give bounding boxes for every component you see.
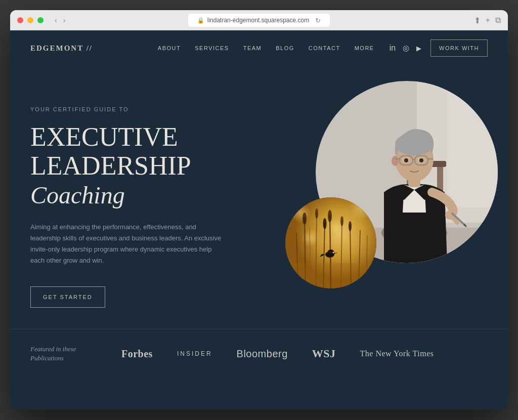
publication-logos: Forbes INSIDER Bloomberg WSJ The New Yor… — [121, 347, 488, 360]
svg-rect-2 — [447, 81, 498, 207]
get-started-button[interactable]: GET STARTED — [30, 286, 105, 308]
site-logo: EDGEMONT // — [30, 44, 93, 53]
instagram-icon[interactable]: ◎ — [403, 44, 409, 53]
svg-point-43 — [328, 210, 332, 222]
hero-images — [235, 76, 508, 339]
svg-point-26 — [290, 202, 311, 223]
address-bar[interactable]: 🔒 lindatran-edgemont.squarespace.com ↻ — [188, 14, 330, 27]
svg-point-41 — [315, 208, 318, 219]
nav-links: ABOUT SERVICES TEAM BLOG CONTACT MORE — [158, 45, 374, 51]
forward-button[interactable]: › — [61, 15, 68, 25]
back-button[interactable]: ‹ — [53, 15, 59, 25]
svg-point-45 — [349, 221, 352, 231]
nav-item-team[interactable]: TEAM — [243, 45, 262, 51]
nyt-logo: The New York Times — [360, 349, 434, 358]
bloomberg-logo: Bloomberg — [237, 348, 288, 360]
minimize-button[interactable] — [27, 17, 33, 23]
toolbar-right: ⬆ + ⧉ — [474, 16, 501, 25]
tabs-icon[interactable]: ⧉ — [495, 16, 501, 25]
nature-image — [285, 197, 376, 288]
hero-title: EXECUTIVE LEADERSHIP Coaching — [30, 122, 248, 209]
url-text: lindatran-edgemont.squarespace.com — [207, 17, 309, 24]
svg-point-13 — [392, 156, 399, 166]
nav-buttons: ‹ › — [53, 15, 67, 25]
svg-rect-49 — [285, 263, 376, 288]
youtube-icon[interactable]: ▶ — [416, 45, 421, 52]
svg-point-42 — [323, 218, 327, 229]
svg-point-21 — [404, 158, 408, 162]
hero-subtitle: YOUR CERTIFIED GUIDE TO — [30, 106, 248, 112]
forbes-logo: Forbes — [121, 348, 153, 360]
svg-point-40 — [303, 213, 307, 225]
nav-item-about[interactable]: ABOUT — [158, 45, 181, 51]
svg-point-22 — [419, 158, 423, 162]
social-links: in ◎ ▶ — [390, 44, 421, 53]
close-button[interactable] — [17, 17, 23, 23]
hero-section: YOUR CERTIFIED GUIDE TO EXECUTIVE LEADER… — [10, 66, 508, 329]
hero-title-italic: Coaching — [30, 182, 125, 208]
hero-title-line1: EXECUTIVE — [30, 122, 178, 151]
nav-item-services[interactable]: SERVICES — [195, 45, 229, 51]
window-controls — [17, 17, 44, 23]
svg-point-44 — [340, 216, 343, 226]
lock-icon: 🔒 — [197, 17, 204, 24]
share-icon[interactable]: ⬆ — [474, 16, 481, 25]
publications-label: Featured in thesePublications — [30, 345, 96, 363]
browser-window: ‹ › 🔒 lindatran-edgemont.squarespace.com… — [10, 10, 508, 410]
new-tab-icon[interactable]: + — [486, 16, 490, 25]
work-with-button[interactable]: WORK WITH — [430, 39, 488, 57]
nav-item-contact[interactable]: CONTACT — [309, 45, 340, 51]
hero-content: YOUR CERTIFIED GUIDE TO EXECUTIVE LEADER… — [30, 96, 248, 308]
svg-point-48 — [333, 252, 334, 254]
wsj-logo: WSJ — [312, 347, 336, 360]
nav-item-more[interactable]: MORE — [355, 45, 374, 51]
titlebar: ‹ › 🔒 lindatran-edgemont.squarespace.com… — [10, 10, 508, 30]
hero-image-small — [285, 197, 376, 288]
refresh-icon[interactable]: ↻ — [315, 17, 321, 24]
insider-logo: INSIDER — [177, 350, 212, 357]
nav-item-blog[interactable]: BLOG — [276, 45, 294, 51]
linkedin-icon[interactable]: in — [390, 44, 396, 53]
hero-title-line2: LEADERSHIP — [30, 151, 190, 180]
hero-description: Aiming at enhancing the performance, eff… — [30, 222, 223, 266]
site-wrapper: EDGEMONT // ABOUT SERVICES TEAM BLOG CON… — [10, 30, 508, 410]
maximize-button[interactable] — [37, 17, 44, 23]
navigation: EDGEMONT // ABOUT SERVICES TEAM BLOG CON… — [10, 30, 508, 66]
